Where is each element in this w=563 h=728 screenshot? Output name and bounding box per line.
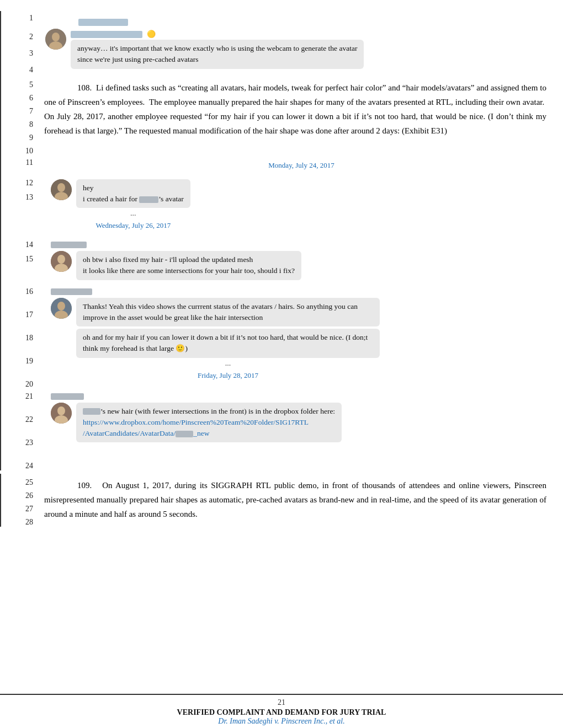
chat-bubble-5: ’s new hair (with fewer intersections in… (76, 403, 342, 443)
line-num-22: 22 (1, 401, 40, 424)
chat-dots-2: ... (76, 359, 380, 368)
redacted-name-5 (83, 408, 100, 415)
footer-subtitle: Dr. Iman Sadeghi v. Pinscreen Inc., et a… (0, 717, 563, 726)
line-num-23: 23 (1, 424, 40, 447)
redacted-name-5b (176, 431, 193, 437)
line-num-2: 2 (1, 23, 40, 41)
top-chat-row: 🟡 anyway… it's important that we know ex… (45, 29, 552, 69)
chat-bubble-2: oh btw i also fixed my hair - i'll uploa… (76, 251, 301, 280)
line-num-3: 3 (1, 41, 40, 58)
chat-date-friday: Friday, July 28, 2017 (76, 371, 380, 380)
avatar-5 (51, 403, 72, 424)
page-number: 21 (0, 698, 563, 707)
avatar-2 (51, 251, 72, 272)
avatar-1 (51, 179, 72, 200)
chat-msg-5-link: https://www.dropbox.com/home/Pinscreen%2… (83, 417, 335, 440)
chat-row-5: ’s new hair (with fewer intersections in… (51, 403, 552, 443)
line-num-27: 27 (1, 500, 40, 513)
chat-row-2: oh btw i also fixed my hair - i'll uploa… (51, 251, 552, 280)
chat-dots-1: ... (76, 209, 190, 218)
line-num-16: 16 (1, 284, 40, 296)
document-page: 1 2 3 4 (0, 0, 563, 728)
svg-point-7 (57, 255, 65, 264)
chat-msg-1-hey: hey (83, 183, 184, 194)
chat-msg-3-line1: Thanks! Yeah this video shows the currre… (83, 301, 373, 324)
line-num-19: 19 (1, 342, 40, 366)
chat-row-3: Thanks! Yeah this video shows the currre… (51, 298, 552, 383)
svg-point-10 (57, 302, 65, 311)
footer-title: VERIFIED COMPLAINT AND DEMAND FOR JURY T… (0, 708, 563, 717)
sub-name-redacted (71, 31, 142, 38)
line-num-13: 13 (1, 188, 40, 202)
chat-bubble-3: Thanks! Yeah this video shows the currre… (76, 298, 380, 327)
line-num-7: 7 (1, 103, 40, 116)
top-chat-line1: anyway… it's important that we know exac… (77, 44, 357, 52)
name-tag-5 (51, 393, 84, 400)
line-num-5: 5 (1, 76, 40, 89)
line-num-10: 10 (1, 142, 40, 156)
line-num-18: 18 (1, 319, 40, 342)
chat-msg-5-line1: ’s new hair (with fewer intersections in… (83, 406, 335, 417)
avatar-3 (51, 298, 72, 319)
line-num-14: 14 (1, 237, 40, 249)
line-num-12: 12 (1, 175, 40, 188)
chat-msg-1-hair: i created a hair for ’s avatar (83, 194, 184, 205)
line-num-21: 21 (1, 389, 40, 401)
line-num-1: 1 (1, 11, 40, 23)
chat-date-wednesday: Wednesday, July 26, 2017 (76, 221, 190, 230)
chat-msg-2-line2: it looks like there are some intersectio… (83, 265, 295, 276)
para-109: 109. On August 1, 2017, during its SIGGR… (44, 478, 546, 522)
line-num-26: 26 (1, 487, 40, 500)
line-num-20: 20 (1, 366, 40, 389)
top-chat-bubble: anyway… it's important that we know exac… (71, 40, 364, 69)
svg-point-4 (57, 183, 65, 192)
name-tag-3 (51, 288, 92, 295)
chat-msg-2-line1: oh btw i also fixed my hair - i'll uploa… (83, 254, 295, 265)
line-num-4: 4 (1, 58, 40, 74)
top-chat-line2: since we're just using pre-cached avatar… (77, 55, 198, 63)
line-num-17: 17 (1, 296, 40, 319)
line-num-11: 11 (1, 156, 40, 167)
svg-point-1 (52, 33, 60, 41)
line-num-6: 6 (1, 89, 40, 103)
para-108: 108. Li defined tasks such as “creating … (44, 81, 546, 138)
chat-bubble-1: hey i created a hair for ’s avatar (76, 179, 190, 208)
sender-name-redacted (78, 19, 128, 26)
line-num-9: 9 (1, 129, 40, 142)
chat-msg-4-line1: oh and for my hair if you can lower it d… (83, 332, 373, 355)
svg-point-13 (57, 406, 65, 415)
name-tag-2 (51, 242, 87, 248)
page-footer: 21 VERIFIED COMPLAINT AND DEMAND FOR JUR… (0, 694, 563, 728)
chat-row-1: hey i created a hair for ’s avatar ... W… (51, 179, 552, 234)
redacted-name-1 (139, 196, 158, 203)
line-num-8: 8 (1, 116, 40, 129)
line-num-24: 24 (1, 447, 40, 470)
chat-bubble-4: oh and for my hair if you can lower it d… (76, 329, 380, 358)
avatar-top (45, 29, 66, 50)
line-num-15: 15 (1, 249, 40, 264)
line-num-28: 28 (1, 513, 40, 527)
chat-date-monday: Monday, July 24, 2017 (51, 161, 552, 170)
line-num-25: 25 (1, 474, 40, 487)
